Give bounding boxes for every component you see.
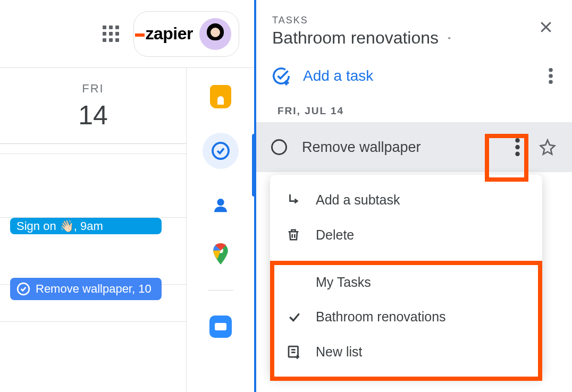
menu-label: New list xyxy=(316,344,363,360)
keep-icon[interactable] xyxy=(208,84,233,109)
caret-down-icon xyxy=(444,35,455,42)
add-task-button[interactable]: Add a task xyxy=(271,66,373,86)
menu-add-subtask[interactable]: Add a subtask xyxy=(270,182,542,217)
avatar xyxy=(199,18,231,50)
menu-new-list[interactable]: New list xyxy=(270,334,542,369)
check-icon xyxy=(286,310,303,324)
add-task-label: Add a task xyxy=(303,67,373,84)
add-task-icon xyxy=(271,66,291,86)
svg-point-6 xyxy=(549,80,553,84)
menu-label: Bathroom renovations xyxy=(316,309,446,325)
zapier-logo: zapier xyxy=(146,24,193,44)
side-rail xyxy=(187,68,254,392)
calendar-day-column: FRI 14 Sign on 👋🏻, 9am Remove wallpaper,… xyxy=(0,68,187,392)
contacts-icon[interactable] xyxy=(208,192,233,218)
menu-list-bathroom[interactable]: Bathroom renovations xyxy=(270,300,542,334)
svg-point-5 xyxy=(549,74,553,78)
maps-icon[interactable] xyxy=(208,241,233,267)
svg-point-7 xyxy=(515,138,520,143)
tasks-header: TASKS Bathroom renovations xyxy=(256,0,572,53)
tasks-section-label: TASKS xyxy=(272,15,538,26)
close-button[interactable] xyxy=(538,15,556,35)
topbar: zapier xyxy=(0,0,254,68)
calendar-grid[interactable]: Sign on 👋🏻, 9am Remove wallpaper, 10 xyxy=(0,143,186,322)
subtask-arrow-icon xyxy=(286,192,302,208)
more-vert-icon xyxy=(515,138,520,156)
list-title: Bathroom renovations xyxy=(272,28,439,48)
event-title: Sign on 👋🏻, 9am xyxy=(16,219,103,233)
task-complete-toggle[interactable] xyxy=(271,139,287,155)
menu-list-my-tasks[interactable]: My Tasks xyxy=(270,265,542,300)
tasks-icon[interactable] xyxy=(203,133,239,169)
svg-point-8 xyxy=(515,145,520,150)
star-outline-icon xyxy=(539,139,556,156)
svg-point-2 xyxy=(217,199,224,206)
trash-icon xyxy=(286,227,301,243)
close-icon xyxy=(538,19,554,35)
list-selector[interactable]: Bathroom renovations xyxy=(272,28,538,48)
day-header: FRI 14 xyxy=(0,68,186,131)
more-vert-icon xyxy=(549,68,553,84)
calendar-event[interactable]: Sign on 👋🏻, 9am xyxy=(10,218,162,234)
add-task-row: Add a task xyxy=(256,53,572,93)
rail-divider xyxy=(208,290,233,291)
task-title: Remove wallpaper xyxy=(302,139,506,156)
account-chip[interactable]: zapier xyxy=(133,11,239,57)
svg-point-9 xyxy=(515,152,520,157)
task-date-header: FRI, JUL 14 xyxy=(256,93,572,122)
menu-label: My Tasks xyxy=(316,275,371,290)
day-name: FRI xyxy=(0,82,186,96)
zoom-icon[interactable] xyxy=(208,314,233,339)
svg-point-4 xyxy=(549,68,553,72)
menu-label: Delete xyxy=(316,227,354,243)
event-title: Remove wallpaper, 10 xyxy=(36,282,152,296)
menu-delete[interactable]: Delete xyxy=(270,217,542,252)
list-more-button[interactable] xyxy=(549,68,553,84)
task-context-menu: Add a subtask Delete My Tasks Bathroom r… xyxy=(270,175,542,377)
calendar-task-event[interactable]: Remove wallpaper, 10 xyxy=(10,278,162,300)
google-apps-icon[interactable] xyxy=(102,24,121,44)
menu-label: Add a subtask xyxy=(316,192,400,208)
day-number: 14 xyxy=(0,100,186,131)
task-more-button[interactable] xyxy=(506,131,529,164)
new-list-icon xyxy=(286,344,302,360)
star-button[interactable] xyxy=(539,139,556,156)
task-row[interactable]: Remove wallpaper xyxy=(256,122,572,172)
task-check-icon xyxy=(16,282,30,296)
